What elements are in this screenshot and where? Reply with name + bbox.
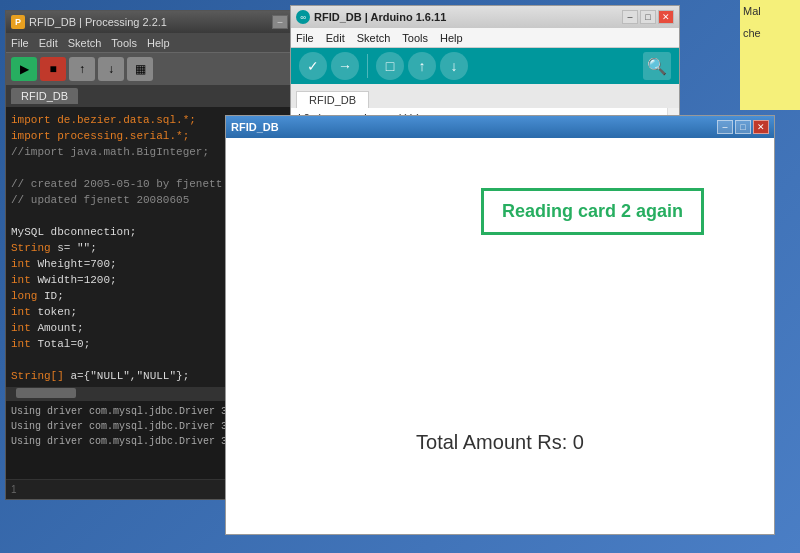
arduino-toolbar-separator — [367, 54, 368, 78]
arduino-window-controls: – □ ✕ — [622, 10, 674, 24]
arduino-new-button[interactable]: □ — [376, 52, 404, 80]
sticky-text-2: che — [740, 22, 800, 44]
rfid-maximize-button[interactable]: □ — [735, 120, 751, 134]
rfid-window-controls: – □ ✕ — [717, 120, 769, 134]
processing-save-button[interactable]: ▦ — [127, 57, 153, 81]
arduino-menu-help[interactable]: Help — [440, 32, 463, 44]
processing-tab-bar: RFID_DB — [6, 85, 329, 107]
total-amount-label: Total Amount Rs: 0 — [416, 431, 584, 454]
arduino-menu-sketch[interactable]: Sketch — [357, 32, 391, 44]
rfid-content-area: Reading card 2 again Total Amount Rs: 0 — [226, 138, 774, 534]
processing-tab-rfiddb[interactable]: RFID_DB — [11, 88, 78, 104]
rfid-titlebar: RFID_DB – □ ✕ — [226, 116, 774, 138]
arduino-toolbar: ✓ → □ ↑ ↓ 🔍 — [291, 48, 679, 84]
processing-menu-file[interactable]: File — [11, 37, 29, 49]
arduino-titlebar: ∞ RFID_DB | Arduino 1.6.11 – □ ✕ — [291, 6, 679, 28]
processing-title: RFID_DB | Processing 2.2.1 — [29, 16, 167, 28]
processing-menu-edit[interactable]: Edit — [39, 37, 58, 49]
scrollbar-thumb — [16, 388, 76, 398]
arduino-maximize-button[interactable]: □ — [640, 10, 656, 24]
arduino-menu-bar: File Edit Sketch Tools Help — [291, 28, 679, 48]
arduino-menu-tools[interactable]: Tools — [402, 32, 428, 44]
arduino-save-button[interactable]: ↓ — [440, 52, 468, 80]
rfid-window-title: RFID_DB — [231, 121, 279, 133]
processing-toolbar: ▶ ■ ↑ ↓ ▦ — [6, 53, 329, 85]
arduino-verify-button[interactable]: ✓ — [299, 52, 327, 80]
processing-new-button[interactable]: ↑ — [69, 57, 95, 81]
arduino-title: RFID_DB | Arduino 1.6.11 — [314, 11, 446, 23]
rfid-main-window: RFID_DB – □ ✕ Reading card 2 again Total… — [225, 115, 775, 535]
processing-menu-tools[interactable]: Tools — [111, 37, 137, 49]
arduino-upload-button[interactable]: → — [331, 52, 359, 80]
processing-open-button[interactable]: ↓ — [98, 57, 124, 81]
processing-menu-bar: File Edit Sketch Tools Help — [6, 33, 329, 53]
processing-minimize-button[interactable]: – — [272, 15, 288, 29]
arduino-icon: ∞ — [296, 10, 310, 24]
sticky-text-1: Mal — [740, 0, 800, 22]
rfid-minimize-button[interactable]: – — [717, 120, 733, 134]
arduino-tab-bar: RFID_DB — [291, 84, 679, 108]
processing-icon: P — [11, 15, 25, 29]
processing-titlebar: P RFID_DB | Processing 2.2.1 – □ ✕ — [6, 11, 329, 33]
sticky-note: Mal che — [740, 0, 800, 110]
rfid-close-button[interactable]: ✕ — [753, 120, 769, 134]
arduino-menu-edit[interactable]: Edit — [326, 32, 345, 44]
processing-stop-button[interactable]: ■ — [40, 57, 66, 81]
console-number-text: 1 — [11, 484, 17, 495]
arduino-close-button[interactable]: ✕ — [658, 10, 674, 24]
processing-run-button[interactable]: ▶ — [11, 57, 37, 81]
arduino-minimize-button[interactable]: – — [622, 10, 638, 24]
arduino-menu-file[interactable]: File — [296, 32, 314, 44]
arduino-search-button[interactable]: 🔍 — [643, 52, 671, 80]
reading-card-text: Reading card 2 again — [502, 201, 683, 221]
arduino-tab-rfiddb[interactable]: RFID_DB — [296, 91, 369, 108]
reading-card-box: Reading card 2 again — [481, 188, 704, 235]
arduino-open-button[interactable]: ↑ — [408, 52, 436, 80]
processing-menu-help[interactable]: Help — [147, 37, 170, 49]
processing-menu-sketch[interactable]: Sketch — [68, 37, 102, 49]
